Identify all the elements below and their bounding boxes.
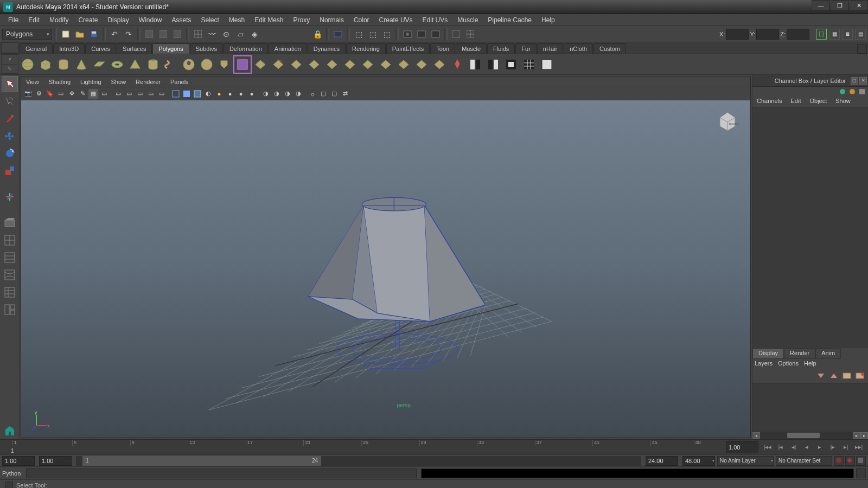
shelf-tab-toon[interactable]: Toon xyxy=(430,43,455,54)
shadows-icon[interactable]: ● xyxy=(225,89,235,99)
anim-layer-selector[interactable]: No Anim Layer xyxy=(717,456,774,466)
soft-select-tool[interactable] xyxy=(2,215,18,231)
shelf-end-button[interactable] xyxy=(857,44,867,54)
poly-helix-icon[interactable] xyxy=(163,56,179,73)
snap-plane-icon[interactable]: ▱ xyxy=(234,28,247,41)
shelf-tab-subdivs[interactable]: Subdivs xyxy=(190,43,223,54)
layer-move-down-icon[interactable] xyxy=(816,372,827,381)
sculpt-icon[interactable] xyxy=(449,56,465,73)
layer-new-selected-icon[interactable] xyxy=(855,372,866,381)
menu-display[interactable]: Display xyxy=(103,15,133,25)
exposure-icon[interactable]: ☼ xyxy=(308,89,317,99)
lasso-tool[interactable] xyxy=(2,93,18,110)
poly-prism-icon[interactable] xyxy=(216,56,233,73)
bridge-icon[interactable] xyxy=(324,56,340,73)
menu-edit[interactable]: Edit xyxy=(23,15,44,25)
ao-icon[interactable]: ● xyxy=(247,89,257,99)
gate-mask-icon[interactable]: ▭ xyxy=(124,89,134,99)
combine-icon[interactable] xyxy=(252,56,269,73)
shelf-tab-nhair[interactable]: nHair xyxy=(537,43,563,54)
menu-normals[interactable]: Normals xyxy=(315,15,349,25)
paint-select-tool[interactable] xyxy=(2,111,18,127)
scale-tool[interactable] xyxy=(2,163,18,179)
boolean-icon[interactable] xyxy=(288,56,304,73)
high-quality-icon[interactable]: ● xyxy=(236,89,246,99)
mirror-geometry-icon[interactable] xyxy=(485,56,501,73)
go-to-start-button[interactable]: |◂◂ xyxy=(762,441,774,452)
shelf-tab-curves[interactable]: Curves xyxy=(85,43,116,54)
layer-tab-anim[interactable]: Anim xyxy=(815,348,841,359)
shelf-tab-deformation[interactable]: Deformation xyxy=(224,43,268,54)
shelf-tab-painteffects[interactable]: PaintEffects xyxy=(386,43,430,54)
safe-title-icon[interactable]: ▭ xyxy=(157,89,167,99)
menu-create[interactable]: Create xyxy=(73,15,103,25)
panel-close-icon[interactable]: ✕ xyxy=(859,77,867,85)
ui-element-icon[interactable]: ▤ xyxy=(855,29,866,40)
textured-icon[interactable]: ◐ xyxy=(203,89,213,99)
gamma-icon[interactable]: ▢ xyxy=(318,89,328,99)
shelf-tab-muscle[interactable]: Muscle xyxy=(456,43,487,54)
layer-tab-render[interactable]: Render xyxy=(784,348,815,359)
shelf-tab-dynamics[interactable]: Dynamics xyxy=(308,43,346,54)
module-selector[interactable]: Polygons xyxy=(2,29,52,40)
extract-icon[interactable] xyxy=(270,56,286,73)
shelf-tab-ncloth[interactable]: nCloth xyxy=(564,43,593,54)
shelf-tab-polygons[interactable]: Polygons xyxy=(152,43,189,54)
menu-select[interactable]: Select xyxy=(196,15,224,25)
redo-icon[interactable]: ↷ xyxy=(122,28,135,41)
render-settings-icon[interactable] xyxy=(429,28,442,41)
ui-element-icon[interactable]: ▦ xyxy=(829,29,840,40)
vp-menu-panels[interactable]: Panels xyxy=(165,79,194,85)
step-forward-key-button[interactable]: ▸| xyxy=(840,441,852,452)
resolution-gate-icon[interactable]: ▭ xyxy=(113,89,123,99)
auto-key-button[interactable] xyxy=(834,456,844,466)
script-editor-button[interactable] xyxy=(856,468,866,478)
poly-plane-icon[interactable] xyxy=(91,56,107,73)
ui-element-icon[interactable]: ≣ xyxy=(842,29,853,40)
layout-single-icon[interactable] xyxy=(450,28,463,41)
uv-grid-icon[interactable] xyxy=(521,56,537,73)
helpline-toggle[interactable] xyxy=(5,481,13,489)
camera-attributes-icon[interactable]: ⚙ xyxy=(34,89,44,99)
select-camera-icon[interactable]: 📷 xyxy=(23,89,33,99)
channel-icon-1[interactable] xyxy=(839,88,846,95)
select-by-component-icon[interactable] xyxy=(171,28,184,41)
set-key-button[interactable] xyxy=(845,456,855,466)
isolate-select-icon[interactable]: ◑ xyxy=(261,89,271,99)
script-language-label[interactable]: Python xyxy=(2,470,24,477)
shaded-icon[interactable] xyxy=(182,89,192,99)
range-slider[interactable]: 1 24 xyxy=(76,456,641,466)
shelf-tab-intro3d[interactable]: Intro3D xyxy=(53,43,85,54)
selection-bracket-icon[interactable]: { } xyxy=(816,29,827,40)
bookmark-icon[interactable]: 🔖 xyxy=(45,89,55,99)
use-lights-icon[interactable]: ● xyxy=(214,89,224,99)
poly-cube-icon[interactable] xyxy=(37,56,54,73)
mirror-cut-icon[interactable] xyxy=(467,56,483,73)
poly-type-icon[interactable] xyxy=(234,56,251,73)
share-icon[interactable]: ⇄ xyxy=(340,89,350,99)
play-forward-button[interactable]: ▸ xyxy=(814,441,826,452)
layer-menu-help[interactable]: Help xyxy=(804,360,816,369)
go-to-end-button[interactable]: ▸▸| xyxy=(853,441,865,452)
field-chart-icon[interactable]: ▭ xyxy=(135,89,145,99)
lock-icon[interactable]: 🔒 xyxy=(311,28,324,41)
channel-icon-3[interactable] xyxy=(858,88,866,95)
extrude-icon[interactable] xyxy=(306,56,322,73)
character-set-selector[interactable]: No Character Set xyxy=(776,456,832,466)
layer-tab-display[interactable]: Display xyxy=(752,348,784,359)
safe-action-icon[interactable]: ▭ xyxy=(146,89,156,99)
coord-z-field[interactable] xyxy=(787,29,809,40)
snap-grid-icon[interactable] xyxy=(192,28,205,41)
two-side-layout[interactable] xyxy=(2,267,18,283)
vp-menu-lighting[interactable]: Lighting xyxy=(75,79,106,85)
shelf-left-buttons[interactable] xyxy=(1,42,18,54)
rotate-tool[interactable] xyxy=(2,145,18,162)
xray-components-icon[interactable]: ◑ xyxy=(293,89,303,99)
film-gate-icon[interactable]: ▭ xyxy=(99,89,109,99)
view-transform-icon[interactable]: ▢ xyxy=(329,89,339,99)
view-cube[interactable]: RIGHT xyxy=(716,108,739,132)
snap-live-icon[interactable]: ◈ xyxy=(248,28,261,41)
channel-tab-channels[interactable]: Channels xyxy=(752,97,786,107)
single-perspective-layout[interactable] xyxy=(2,232,18,248)
select-by-hierarchy-icon[interactable] xyxy=(143,28,156,41)
